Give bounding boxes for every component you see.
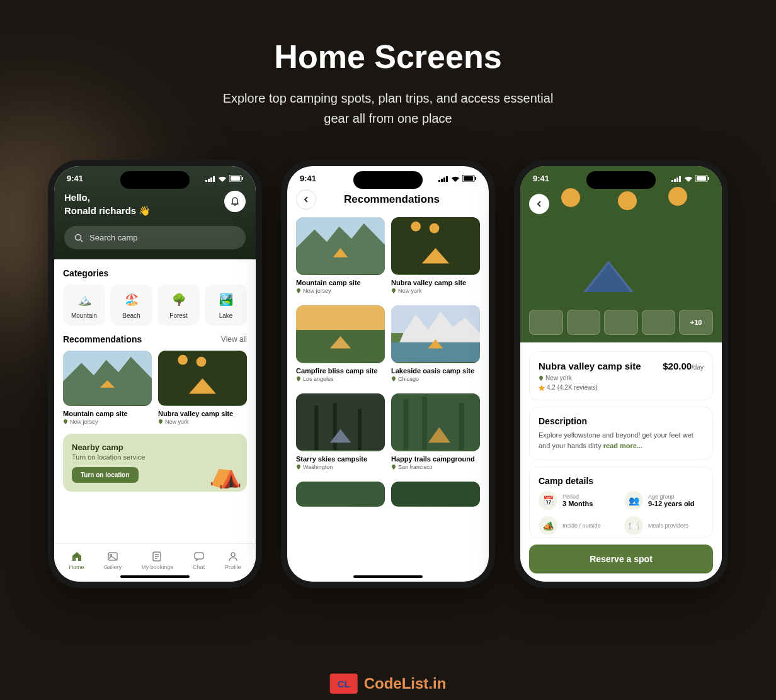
back-button[interactable] — [529, 194, 549, 214]
camp-title: Nubra valley camp site — [391, 279, 480, 286]
svg-rect-0 — [205, 180, 207, 182]
back-button[interactable] — [296, 189, 316, 210]
status-time: 9:41 — [300, 174, 316, 183]
svg-rect-30 — [475, 177, 476, 180]
bookings-icon — [151, 550, 163, 563]
category-label: Beach — [113, 312, 150, 319]
svg-rect-38 — [296, 305, 385, 330]
camp-title: Campfire bliss camp site — [296, 367, 385, 375]
gallery-thumb[interactable] — [642, 310, 676, 335]
svg-rect-69 — [708, 177, 709, 180]
svg-marker-47 — [333, 403, 337, 450]
svg-rect-26 — [443, 178, 445, 182]
phone-recommendations: 9:41 Recommendations M — [281, 160, 495, 588]
camp-image — [391, 217, 480, 275]
recommendation-card[interactable]: Nubra valley camp site New york — [391, 217, 480, 299]
status-time: 9:41 — [67, 174, 83, 183]
pin-icon — [63, 419, 68, 424]
pin-icon — [158, 419, 163, 424]
recommendation-card[interactable]: Mountain camp site New jersey — [296, 217, 385, 299]
svg-marker-46 — [314, 406, 318, 450]
camp-image — [63, 351, 152, 406]
svg-marker-53 — [459, 403, 464, 450]
camp-image — [296, 393, 385, 451]
nav-home[interactable]: Home — [69, 550, 84, 570]
camp-rating: 4.2 (4.2K reviews) — [539, 384, 704, 391]
username-text: Ronald richards 👋 — [64, 204, 151, 217]
svg-rect-56 — [391, 482, 480, 506]
svg-point-35 — [411, 222, 421, 232]
page-title: Home Screens — [25, 38, 751, 76]
search-input[interactable]: Search camp — [64, 226, 246, 249]
beach-icon: 🏖️ — [123, 291, 140, 308]
category-mountain[interactable]: 🏔️ Mountain — [63, 285, 105, 325]
camp-price: $20.00/day — [663, 361, 704, 371]
camp-name: Nubra valley camp site — [539, 361, 641, 371]
home-icon — [71, 550, 83, 563]
category-forest[interactable]: 🌳 Forest — [157, 285, 200, 325]
camp-location: New york — [158, 419, 247, 425]
gallery-thumb[interactable] — [529, 310, 563, 335]
reserve-button[interactable]: Reserve a spot — [529, 545, 713, 573]
pin-icon — [296, 376, 301, 381]
brand-name: CodeList.in — [364, 675, 447, 692]
category-beach[interactable]: 🏖️ Beach — [110, 285, 152, 325]
gallery-thumb[interactable] — [567, 310, 601, 335]
turn-on-location-button[interactable]: Turn on location — [72, 467, 139, 483]
recommendation-card[interactable]: Mountain camp site New jersey — [63, 351, 152, 425]
camp-title: Lakeside oasis camp site — [391, 367, 480, 375]
status-time: 9:41 — [533, 174, 549, 183]
recommendation-card[interactable]: Campfire bliss camp site Los angeles — [296, 305, 385, 387]
notification-button[interactable] — [224, 191, 246, 212]
tent-icon: 🏕️ — [539, 516, 557, 535]
nav-bookings[interactable]: My bookings — [141, 550, 173, 570]
gallery-thumb-more[interactable]: +10 — [679, 310, 713, 335]
brand-logo: CL — [330, 674, 358, 694]
detail-inside-outside: 🏕️ Inside / outside — [539, 516, 618, 535]
svg-point-13 — [178, 355, 188, 365]
gallery-thumb[interactable] — [604, 310, 638, 335]
pin-icon — [539, 376, 544, 381]
view-all-link[interactable]: View all — [221, 335, 247, 344]
camp-location: New york — [539, 375, 704, 381]
recommendation-card[interactable]: Lakeside oasis camp site Chicago — [391, 305, 480, 387]
svg-rect-27 — [446, 176, 448, 182]
camp-image — [296, 482, 385, 507]
category-lake[interactable]: 🏞️ Lake — [205, 285, 247, 325]
gallery-icon — [106, 550, 119, 563]
svg-rect-2 — [210, 178, 212, 182]
recommendation-card[interactable]: Happy trails campground San francisco — [391, 393, 480, 475]
calendar-icon: 📅 — [539, 491, 557, 510]
camp-image — [391, 305, 480, 363]
svg-rect-3 — [213, 176, 215, 182]
camp-image — [158, 351, 247, 406]
svg-rect-66 — [679, 176, 681, 182]
brand-footer: CL CodeList.in — [330, 674, 447, 694]
recommendation-card-partial[interactable] — [391, 482, 480, 507]
category-label: Mountain — [66, 312, 103, 319]
svg-rect-63 — [671, 180, 673, 182]
svg-rect-1 — [208, 179, 210, 182]
chevron-left-icon — [302, 196, 310, 203]
search-icon — [74, 234, 83, 242]
search-placeholder: Search camp — [89, 233, 138, 242]
svg-rect-64 — [674, 179, 676, 182]
nav-chat[interactable]: Chat — [193, 550, 205, 570]
page-subtitle: Explore top camping spots, plan trips, a… — [218, 88, 558, 128]
recommendation-card-partial[interactable] — [296, 482, 385, 507]
nav-profile[interactable]: Profile — [225, 550, 241, 570]
camp-location: New york — [391, 288, 480, 294]
category-label: Lake — [207, 312, 244, 319]
camp-image — [296, 305, 385, 363]
read-more-link[interactable]: read more... — [603, 442, 642, 449]
svg-line-8 — [81, 240, 83, 242]
camp-title: Mountain camp site — [296, 279, 385, 286]
recommendation-card[interactable]: Nubra valley camp site New york — [158, 351, 247, 425]
svg-rect-22 — [195, 553, 203, 559]
camp-details-heading: Camp details — [539, 476, 704, 486]
mountain-icon: 🏔️ — [76, 291, 93, 308]
recommendation-card[interactable]: Starry skies campsite Washington — [296, 393, 385, 475]
nav-gallery[interactable]: Gallery — [104, 550, 122, 570]
svg-rect-29 — [464, 176, 473, 181]
svg-point-23 — [231, 553, 235, 556]
